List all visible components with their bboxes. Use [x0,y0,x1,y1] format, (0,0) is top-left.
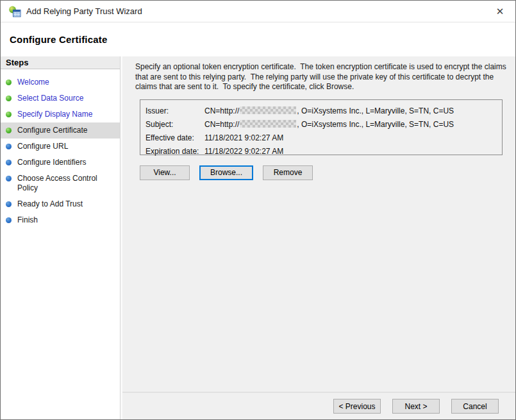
cert-label: Issuer: [146,105,204,118]
upcoming-step-icon [6,160,12,165]
redacted-value [240,106,296,114]
step-ready-to-add-trust: Ready to Add Trust [1,196,120,212]
cert-value-prefix: CN=http:// [204,120,239,129]
step-label: Configure Identifiers [17,158,86,167]
cert-value-suffix: , O=iXsystems Inc., L=Maryville, S=TN, C… [297,106,454,115]
cert-value: CN=http://, O=iXsystems Inc., L=Maryvill… [204,105,454,118]
step-label: Welcome [17,78,49,87]
step-choose-access-control-policy: Choose Access Control Policy [1,171,120,196]
page-heading-band: Configure Certificate [1,22,515,56]
steps-list: Welcome Select Data Source Specify Displ… [1,69,120,228]
view-button[interactable]: View... [140,165,190,180]
step-label: Configure URL [17,142,68,151]
cert-row-subject: Subject: CN=http://, O=iXsystems Inc., L… [146,118,497,131]
cert-label: Expiration date: [146,145,204,158]
upcoming-step-icon [6,144,12,149]
close-icon[interactable]: ✕ [491,3,509,20]
page-title: Configure Certificate [10,34,108,45]
step-welcome[interactable]: Welcome [1,74,120,90]
cancel-button[interactable]: Cancel [451,399,499,414]
step-configure-url: Configure URL [1,139,120,155]
cert-row-issuer: Issuer: CN=http://, O=iXsystems Inc., L=… [146,105,497,118]
page-description: Specify an optional token encryption cer… [135,62,512,92]
completed-step-icon [6,112,12,117]
current-step-icon [6,128,12,133]
step-label: Finish [17,215,38,225]
cert-value-suffix: , O=iXsystems Inc., L=Maryville, S=TN, C… [297,120,454,129]
step-label: Choose Access Control Policy [17,174,110,193]
steps-header: Steps [1,56,120,69]
step-label: Select Data Source [17,94,83,103]
cert-label: Effective date: [146,131,204,145]
cert-value: 11/18/2022 9:02:27 AM [204,145,283,158]
window-title: Add Relying Party Trust Wizard [26,6,491,16]
wizard-dialog: Add Relying Party Trust Wizard ✕ Configu… [0,0,516,420]
title-bar: Add Relying Party Trust Wizard ✕ [1,1,515,22]
main-panel: Specify an optional token encryption cer… [122,56,515,419]
wizard-footer: < Previous Next > Cancel [122,392,515,419]
step-label: Specify Display Name [17,110,92,119]
step-label: Configure Certificate [17,126,87,135]
step-configure-identifiers: Configure Identifiers [1,155,120,171]
redacted-value [240,120,296,128]
cert-value: 11/18/2021 9:02:27 AM [204,131,283,145]
step-select-data-source[interactable]: Select Data Source [1,90,120,106]
cert-value: CN=http://, O=iXsystems Inc., L=Maryvill… [204,118,454,131]
cert-label: Subject: [146,118,204,131]
certificate-actions: View... Browse... Remove [140,165,504,180]
main-content: Specify an optional token encryption cer… [122,56,515,392]
completed-step-icon [6,96,12,101]
completed-step-icon [6,80,12,85]
step-finish: Finish [1,212,120,228]
upcoming-step-icon [6,176,12,181]
adfs-wizard-icon [8,5,21,18]
certificate-details-box: Issuer: CN=http://, O=iXsystems Inc., L=… [140,99,503,155]
remove-button[interactable]: Remove [263,165,313,180]
upcoming-step-icon [6,217,12,223]
next-button[interactable]: Next > [392,399,440,414]
step-label: Ready to Add Trust [17,199,83,209]
browse-button[interactable]: Browse... [199,165,253,180]
step-specify-display-name[interactable]: Specify Display Name [1,106,120,122]
cert-row-effective-date: Effective date: 11/18/2021 9:02:27 AM [146,131,497,145]
step-configure-certificate: Configure Certificate [1,122,120,139]
dialog-body: Steps Welcome Select Data Source Specify… [1,56,515,419]
cert-value-prefix: CN=http:// [204,106,239,115]
previous-button[interactable]: < Previous [333,399,381,414]
upcoming-step-icon [6,201,12,207]
cert-row-expiration-date: Expiration date: 11/18/2022 9:02:27 AM [146,145,497,158]
steps-sidebar: Steps Welcome Select Data Source Specify… [1,56,120,419]
